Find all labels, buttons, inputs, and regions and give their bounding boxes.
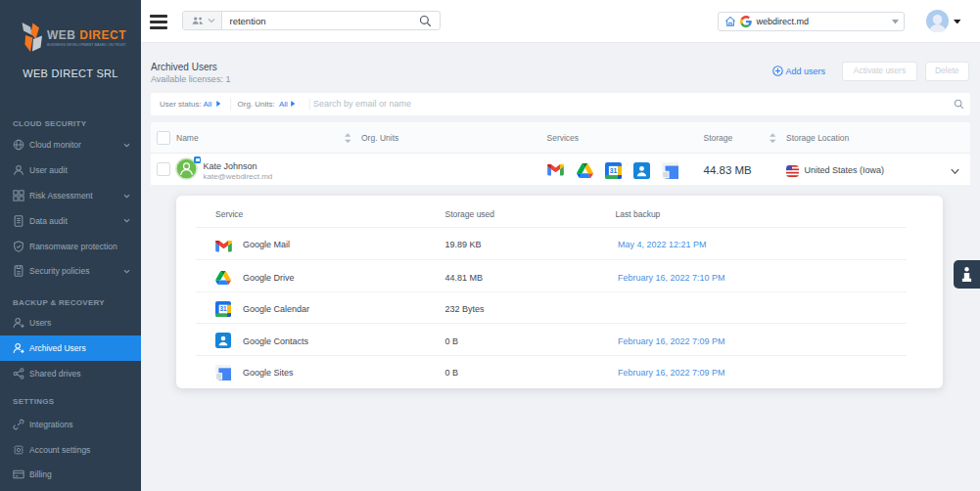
svg-text:31: 31	[610, 166, 618, 173]
svg-text:31: 31	[219, 305, 227, 312]
